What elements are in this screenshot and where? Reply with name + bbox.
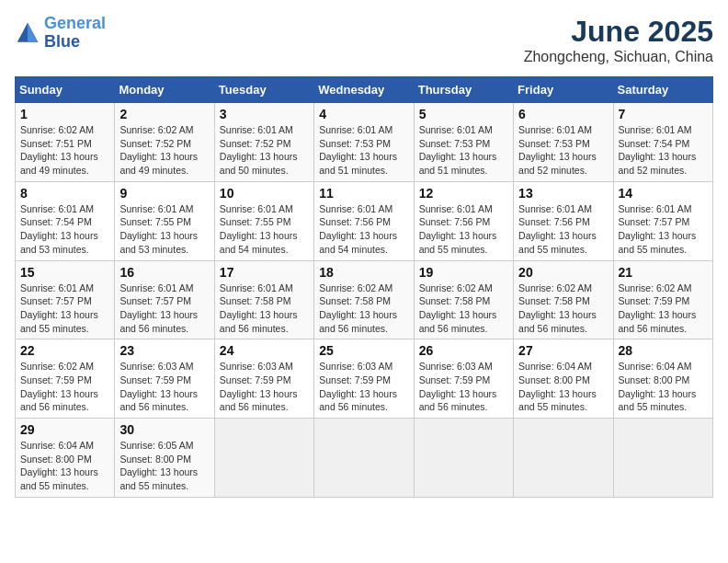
day-info: Sunrise: 6:01 AM Sunset: 7:58 PM Dayligh… [220,282,309,336]
day-number: 21 [619,265,708,280]
calendar-cell [214,419,313,498]
calendar-cell: 11Sunrise: 6:01 AM Sunset: 7:56 PM Dayli… [314,181,414,260]
calendar-cell: 28Sunrise: 6:04 AM Sunset: 8:00 PM Dayli… [613,339,712,419]
calendar-cell [414,419,513,498]
calendar-cell: 9Sunrise: 6:01 AM Sunset: 7:55 PM Daylig… [115,181,214,260]
col-header-tuesday: Tuesday [214,77,313,103]
calendar-cell [514,419,613,498]
calendar-cell: 13Sunrise: 6:01 AM Sunset: 7:56 PM Dayli… [514,181,613,260]
day-info: Sunrise: 6:01 AM Sunset: 7:56 PM Dayligh… [419,202,508,257]
day-info: Sunrise: 6:02 AM Sunset: 7:59 PM Dayligh… [619,282,708,336]
day-number: 10 [220,186,309,201]
calendar-cell [613,419,712,498]
day-number: 18 [319,265,408,280]
day-number: 1 [20,107,109,121]
calendar-cell: 8Sunrise: 6:01 AM Sunset: 7:54 PM Daylig… [16,181,115,260]
day-number: 24 [220,343,309,358]
day-info: Sunrise: 6:02 AM Sunset: 7:58 PM Dayligh… [319,282,408,336]
day-info: Sunrise: 6:02 AM Sunset: 7:58 PM Dayligh… [419,282,508,336]
day-number: 3 [220,107,309,121]
day-number: 19 [419,265,508,280]
day-number: 25 [319,343,408,358]
col-header-thursday: Thursday [414,77,513,103]
day-number: 23 [119,343,209,358]
day-number: 29 [20,422,109,437]
day-number: 5 [419,107,508,121]
calendar-cell: 24Sunrise: 6:03 AM Sunset: 7:59 PM Dayli… [214,339,313,419]
day-number: 4 [319,107,408,121]
day-number: 12 [419,186,508,201]
day-info: Sunrise: 6:03 AM Sunset: 7:59 PM Dayligh… [119,360,209,414]
day-info: Sunrise: 6:01 AM Sunset: 7:54 PM Dayligh… [619,123,708,178]
day-info: Sunrise: 6:01 AM Sunset: 7:55 PM Dayligh… [119,202,209,257]
day-number: 14 [619,186,708,201]
day-info: Sunrise: 6:02 AM Sunset: 7:59 PM Dayligh… [20,360,109,414]
day-info: Sunrise: 6:04 AM Sunset: 8:00 PM Dayligh… [619,360,708,414]
day-info: Sunrise: 6:03 AM Sunset: 7:59 PM Dayligh… [319,360,408,414]
calendar-subtitle: Zhongcheng, Sichuan, China [524,49,713,65]
calendar-cell: 30Sunrise: 6:05 AM Sunset: 8:00 PM Dayli… [115,419,214,498]
day-info: Sunrise: 6:01 AM Sunset: 7:57 PM Dayligh… [20,282,109,336]
calendar-week-4: 22Sunrise: 6:02 AM Sunset: 7:59 PM Dayli… [16,339,713,419]
calendar-cell: 7Sunrise: 6:01 AM Sunset: 7:54 PM Daylig… [613,103,712,182]
day-number: 15 [20,265,109,280]
day-number: 9 [119,186,209,201]
calendar-week-1: 1Sunrise: 6:02 AM Sunset: 7:51 PM Daylig… [16,103,713,182]
calendar-cell: 19Sunrise: 6:02 AM Sunset: 7:58 PM Dayli… [414,260,513,339]
day-info: Sunrise: 6:01 AM Sunset: 7:56 PM Dayligh… [319,202,408,257]
day-info: Sunrise: 6:02 AM Sunset: 7:51 PM Dayligh… [20,123,109,178]
day-number: 26 [419,343,508,358]
day-info: Sunrise: 6:01 AM Sunset: 7:53 PM Dayligh… [419,123,508,178]
calendar-cell: 12Sunrise: 6:01 AM Sunset: 7:56 PM Dayli… [414,181,513,260]
day-info: Sunrise: 6:01 AM Sunset: 7:52 PM Dayligh… [220,123,309,178]
calendar-cell: 10Sunrise: 6:01 AM Sunset: 7:55 PM Dayli… [214,181,313,260]
logo-icon [15,20,40,46]
day-info: Sunrise: 6:04 AM Sunset: 8:00 PM Dayligh… [20,439,109,493]
calendar-cell: 1Sunrise: 6:02 AM Sunset: 7:51 PM Daylig… [16,103,115,182]
day-number: 16 [119,265,209,280]
logo-text: General Blue [44,15,106,52]
calendar-cell: 21Sunrise: 6:02 AM Sunset: 7:59 PM Dayli… [613,260,712,339]
calendar-cell: 29Sunrise: 6:04 AM Sunset: 8:00 PM Dayli… [16,419,115,498]
header: General Blue June 2025 Zhongcheng, Sichu… [15,15,713,65]
day-info: Sunrise: 6:02 AM Sunset: 7:58 PM Dayligh… [518,282,608,336]
svg-marker-1 [28,23,38,42]
calendar-cell: 16Sunrise: 6:01 AM Sunset: 7:57 PM Dayli… [115,260,214,339]
col-header-monday: Monday [115,77,214,103]
day-number: 8 [20,186,109,201]
calendar-table: SundayMondayTuesdayWednesdayThursdayFrid… [15,76,713,498]
day-number: 22 [20,343,109,358]
day-number: 11 [319,186,408,201]
col-header-saturday: Saturday [613,77,712,103]
calendar-cell: 4Sunrise: 6:01 AM Sunset: 7:53 PM Daylig… [314,103,414,182]
calendar-cell: 17Sunrise: 6:01 AM Sunset: 7:58 PM Dayli… [214,260,313,339]
calendar-cell: 26Sunrise: 6:03 AM Sunset: 7:59 PM Dayli… [414,339,513,419]
day-number: 30 [119,422,209,437]
calendar-week-3: 15Sunrise: 6:01 AM Sunset: 7:57 PM Dayli… [16,260,713,339]
col-header-friday: Friday [514,77,613,103]
calendar-cell: 5Sunrise: 6:01 AM Sunset: 7:53 PM Daylig… [414,103,513,182]
day-number: 7 [619,107,708,121]
day-info: Sunrise: 6:03 AM Sunset: 7:59 PM Dayligh… [220,360,309,414]
day-number: 20 [518,265,608,280]
day-info: Sunrise: 6:04 AM Sunset: 8:00 PM Dayligh… [518,360,608,414]
calendar-cell [314,419,414,498]
calendar-week-5: 29Sunrise: 6:04 AM Sunset: 8:00 PM Dayli… [16,419,713,498]
calendar-cell: 23Sunrise: 6:03 AM Sunset: 7:59 PM Dayli… [115,339,214,419]
day-info: Sunrise: 6:01 AM Sunset: 7:53 PM Dayligh… [518,123,608,178]
day-info: Sunrise: 6:01 AM Sunset: 7:56 PM Dayligh… [518,202,608,257]
day-info: Sunrise: 6:02 AM Sunset: 7:52 PM Dayligh… [119,123,209,178]
day-number: 27 [518,343,608,358]
title-area: June 2025 Zhongcheng, Sichuan, China [524,15,713,65]
calendar-week-2: 8Sunrise: 6:01 AM Sunset: 7:54 PM Daylig… [16,181,713,260]
day-info: Sunrise: 6:03 AM Sunset: 7:59 PM Dayligh… [419,360,508,414]
day-info: Sunrise: 6:05 AM Sunset: 8:00 PM Dayligh… [119,439,209,493]
calendar-cell: 6Sunrise: 6:01 AM Sunset: 7:53 PM Daylig… [514,103,613,182]
day-info: Sunrise: 6:01 AM Sunset: 7:57 PM Dayligh… [619,202,708,257]
day-info: Sunrise: 6:01 AM Sunset: 7:54 PM Dayligh… [20,202,109,257]
header-row: SundayMondayTuesdayWednesdayThursdayFrid… [16,77,713,103]
calendar-title: June 2025 [524,15,713,49]
day-info: Sunrise: 6:01 AM Sunset: 7:55 PM Dayligh… [220,202,309,257]
logo: General Blue [15,15,106,52]
day-number: 2 [119,107,209,121]
